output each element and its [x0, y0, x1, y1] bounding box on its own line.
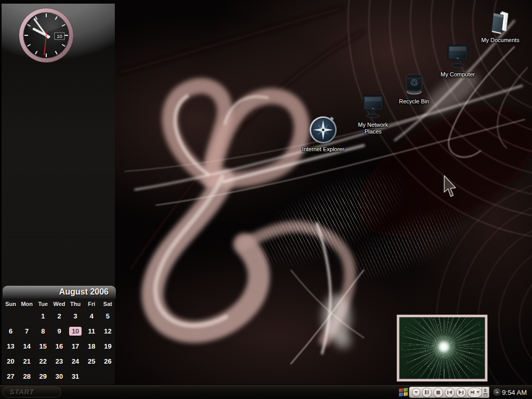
calendar-weekday-row: SunMonTueWedThuFriSat — [3, 301, 116, 307]
weekday-thu: Thu — [68, 301, 84, 307]
calendar-day-6[interactable]: 6 — [3, 324, 19, 339]
restore-window-icon — [484, 393, 487, 396]
calendar-day-18[interactable]: 18 — [84, 339, 100, 354]
calendar-day-4[interactable]: 4 — [84, 309, 100, 324]
calendar-day-13[interactable]: 13 — [3, 339, 19, 354]
calendar-day-26[interactable]: 26 — [100, 354, 116, 369]
calendar-day-21[interactable]: 21 — [19, 354, 35, 369]
taskbar: START + 9:54 AM — [0, 384, 532, 399]
calendar-day-10[interactable]: 10 — [68, 324, 84, 339]
previous-icon — [447, 390, 452, 394]
calendar-grid: 1234567891011121314151617181920212223242… — [3, 309, 116, 384]
calendar-day-5[interactable]: 5 — [100, 309, 116, 324]
calendar-day-9[interactable]: 9 — [51, 324, 67, 339]
calendar-day-30[interactable]: 30 — [51, 369, 67, 384]
calendar-day-16[interactable]: 16 — [51, 339, 67, 354]
desktop-icon-my-computer[interactable]: My Computer — [433, 44, 483, 78]
desktop-icon-my-network-places[interactable]: My Network Places — [348, 94, 398, 135]
calendar-empty-cell — [3, 309, 19, 324]
calendar-title: August 2006 — [3, 286, 116, 299]
chevron-up-icon — [484, 389, 487, 390]
volume-dropdown-icon — [476, 391, 480, 393]
calendar-day-3[interactable]: 3 — [68, 309, 84, 324]
calendar-empty-cell — [84, 369, 100, 384]
start-button[interactable]: START — [2, 387, 61, 397]
calendar-day-2[interactable]: 2 — [51, 309, 67, 324]
stop-button[interactable] — [433, 388, 443, 397]
icon-label: My Computer — [433, 71, 483, 78]
calendar-empty-cell — [19, 309, 35, 324]
next-button[interactable] — [456, 388, 466, 397]
my-computer-monitor-icon — [433, 44, 483, 70]
internet-explorer-compass-icon — [298, 118, 348, 144]
pause-button[interactable] — [422, 388, 432, 397]
media-player-toolbar — [409, 387, 489, 398]
icon-label: Internet Explorer — [298, 146, 348, 153]
previous-button[interactable] — [445, 388, 455, 397]
calendar-day-14[interactable]: 14 — [19, 339, 35, 354]
stop-icon — [436, 391, 440, 394]
recycle-bin-icon: ♲ — [389, 71, 439, 97]
weekday-sun: Sun — [3, 301, 19, 307]
weekday-sat: Sat — [100, 301, 116, 307]
weekday-mon: Mon — [19, 301, 35, 307]
tray-expand-button[interactable]: + — [493, 388, 502, 397]
next-icon — [459, 390, 463, 394]
my-network-places-monitor-icon — [348, 94, 398, 120]
playlist-dropdown-button[interactable] — [412, 388, 420, 396]
calendar-day-22[interactable]: 22 — [35, 354, 51, 369]
media-visualization-window[interactable] — [397, 315, 487, 381]
sidebar-panel: 10 August 2006 SunMonTueWedThuFriSat 123… — [0, 0, 115, 384]
toolbar-resize-strip[interactable] — [482, 387, 488, 397]
svg-text:♲: ♲ — [409, 77, 418, 88]
clock-date-window: 10 — [55, 33, 64, 39]
analog-clock-gadget: 10 — [18, 7, 74, 63]
start-button-label: START — [10, 388, 34, 396]
calendar-day-23[interactable]: 23 — [51, 354, 67, 369]
calendar-day-12[interactable]: 12 — [100, 324, 116, 339]
pause-icon — [425, 390, 429, 394]
weekday-wed: Wed — [51, 301, 67, 307]
taskbar-clock[interactable]: 9:54 AM — [502, 385, 527, 399]
weekday-tue: Tue — [35, 301, 51, 307]
calendar-day-19[interactable]: 19 — [100, 339, 116, 354]
calendar-gadget: August 2006 SunMonTueWedThuFriSat 123456… — [3, 286, 116, 380]
desktop-icon-my-documents[interactable]: My Documents — [475, 9, 525, 44]
desktop-icon-internet-explorer[interactable]: Internet Explorer — [298, 118, 348, 153]
my-documents-folder-icon — [475, 9, 525, 35]
calendar-day-27[interactable]: 27 — [3, 369, 19, 384]
sidebar-top-strip — [0, 0, 116, 4]
windows-flag-icon — [399, 388, 408, 396]
calendar-day-7[interactable]: 7 — [19, 324, 35, 339]
calendar-day-17[interactable]: 17 — [68, 339, 84, 354]
calendar-day-31[interactable]: 31 — [68, 369, 84, 384]
calendar-day-29[interactable]: 29 — [35, 369, 51, 384]
weekday-fri: Fri — [84, 301, 100, 307]
volume-icon — [471, 390, 475, 395]
volume-button[interactable] — [468, 388, 482, 397]
calendar-day-25[interactable]: 25 — [84, 354, 100, 369]
icon-label: My Documents — [475, 37, 525, 44]
calendar-day-20[interactable]: 20 — [3, 354, 19, 369]
dropdown-icon — [415, 391, 418, 393]
calendar-day-28[interactable]: 28 — [19, 369, 35, 384]
chevron-down-icon — [484, 391, 487, 392]
calendar-day-1[interactable]: 1 — [35, 309, 51, 324]
starburst-core-glow — [399, 317, 485, 379]
mouse-cursor — [443, 175, 459, 201]
calendar-day-8[interactable]: 8 — [35, 324, 51, 339]
icon-label: My Network Places — [352, 122, 394, 135]
calendar-day-15[interactable]: 15 — [35, 339, 51, 354]
calendar-empty-cell — [100, 369, 116, 384]
calendar-day-24[interactable]: 24 — [68, 354, 84, 369]
clock-date-value: 10 — [57, 33, 62, 39]
calendar-day-11[interactable]: 11 — [84, 324, 100, 339]
